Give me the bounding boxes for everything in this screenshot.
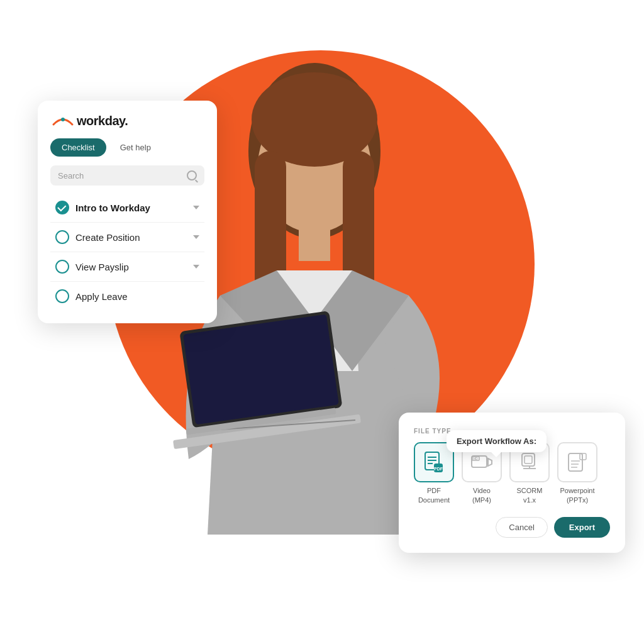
item-left-leave: Apply Leave [55,289,128,303]
checklist-card: workday. Checklist Get help Search Intro… [38,101,217,323]
pdf-svg-icon: PDF [424,451,444,474]
workday-logo: workday. [50,113,204,128]
checklist-items: Intro to Workday Create Position View Pa… [50,193,204,311]
svg-text:HD: HD [473,457,478,460]
chevron-icon-position [193,235,199,239]
scorm-label: SCORMv1.x [517,486,543,504]
item-label-payslip: View Payslip [75,262,129,272]
item-left-intro: Intro to Workday [55,201,150,214]
checklist-item-position[interactable]: Create Position [50,223,204,252]
video-svg-icon: HD [470,451,493,474]
export-button[interactable]: Export [554,517,610,538]
tab-checklist[interactable]: Checklist [50,138,106,157]
export-bubble: Export Workflow As: [447,430,547,452]
ppt-icon-box [557,442,597,482]
item-label-intro: Intro to Workday [75,203,150,213]
tabs-row: Checklist Get help [50,138,204,157]
chevron-icon-intro [193,206,199,209]
workday-logo-text: workday. [77,114,128,128]
item-checkbox-leave [55,289,69,303]
item-checkbox-position [55,230,69,244]
item-left-position: Create Position [55,230,140,244]
export-actions: Cancel Export [414,517,610,538]
checklist-item-intro[interactable]: Intro to Workday [50,193,204,223]
tab-get-help[interactable]: Get help [109,138,162,157]
svg-rect-5 [299,223,330,261]
item-checkbox-payslip [55,260,69,274]
ppt-svg-icon [566,451,589,474]
search-bar[interactable]: Search [50,165,204,186]
ppt-label: Powerpoint(PPTx) [560,486,594,504]
checklist-item-leave[interactable]: Apply Leave [50,282,204,311]
item-label-position: Create Position [75,232,140,243]
svg-point-11 [61,118,65,121]
pdf-label: PDFDocument [418,486,450,504]
chevron-icon-payslip [193,265,199,269]
item-left-payslip: View Payslip [55,260,129,274]
svg-text:PDF: PDF [434,467,443,471]
item-checkbox-intro [55,201,69,214]
checklist-item-payslip[interactable]: View Payslip [50,252,204,282]
item-label-leave: Apply Leave [75,291,128,302]
svg-marker-19 [488,458,492,466]
workday-logo-svg [50,113,75,128]
search-icon [187,170,197,180]
video-label: Video(MP4) [472,486,491,504]
file-type-ppt[interactable]: Powerpoint(PPTx) [557,442,597,504]
cancel-button[interactable]: Cancel [496,517,547,538]
svg-rect-23 [525,456,532,464]
file-type-pdf[interactable]: PDF PDFDocument [414,442,454,504]
svg-rect-22 [522,453,535,466]
export-bubble-text: Export Workflow As: [457,436,536,446]
scorm-svg-icon [518,451,541,474]
search-placeholder: Search [58,171,182,180]
